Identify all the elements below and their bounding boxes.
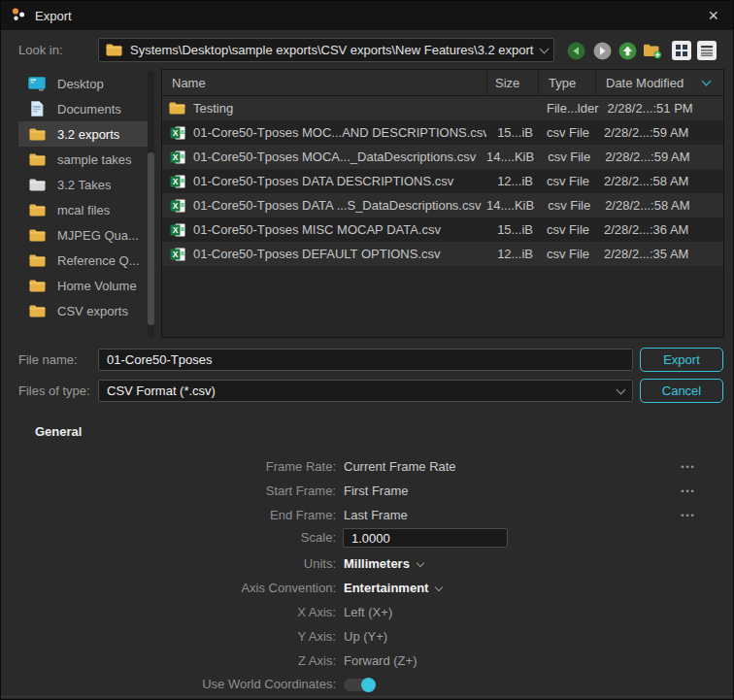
file-row-testing[interactable]: Testing File...lder 2/28/2...:51 PM	[162, 96, 723, 120]
file-row[interactable]: aX01-Core50-Tposes DATA ...S_DataDescrip…	[162, 193, 723, 217]
file-name-input[interactable]	[98, 349, 633, 371]
file-type: File...lder	[538, 101, 598, 116]
file-row[interactable]: aX01-Core50-Tposes DATA DESCRIPTIONS.csv…	[162, 169, 723, 193]
look-in-label: Look in:	[18, 38, 63, 62]
sidebar-item-label: CSV exports	[57, 304, 128, 318]
svg-text:X: X	[172, 250, 178, 259]
file-rows: Testing File...lder 2/28/2...:51 PM aX01…	[162, 96, 723, 266]
svg-text:X: X	[172, 177, 178, 186]
app-icon	[11, 7, 26, 25]
file-name: 01-Core50-Tposes DEFAULT OPTIONS.csv	[193, 247, 441, 261]
general-section-title: General	[35, 424, 82, 439]
close-button[interactable]: ×	[703, 7, 723, 24]
file-list-header: Name Size Type Date Modified	[162, 70, 723, 96]
sidebar-scrollbar-thumb[interactable]	[148, 152, 154, 325]
sidebar-item-sample-takes[interactable]: sample takes	[18, 147, 154, 172]
file-size: 12...iB	[486, 247, 538, 261]
sidebar-item-32-exports[interactable]: 3.2 exports	[18, 121, 154, 147]
new-folder-button[interactable]	[642, 40, 663, 61]
export-dialog: Export × Look in: Systems\Desktop\sample…	[0, 0, 734, 700]
units-dropdown[interactable]: Millimeters	[344, 552, 423, 576]
y-axis-label: Y Axis:	[1, 625, 336, 649]
use-world-coordinates-toggle[interactable]	[344, 679, 376, 691]
start-frame-more-button[interactable]: •••	[676, 480, 701, 503]
file-name: 01-Core50-Tposes DATA DESCRIPTIONS.csv	[193, 174, 453, 188]
scale-label: Scale:	[1, 526, 336, 550]
list-view-button[interactable]	[696, 40, 717, 61]
file-row[interactable]: aX01-Core50-Tposes MOC...AND DESCRIPTION…	[162, 120, 723, 145]
sort-descending-chevron-icon	[702, 77, 712, 86]
sidebar-item-home-volume[interactable]: Home Volume	[18, 273, 154, 298]
csv-file-icon: aX	[169, 248, 185, 261]
export-button[interactable]: Export	[640, 348, 723, 372]
end-frame-more-button[interactable]: •••	[676, 504, 701, 527]
file-name: 01-Core50-Tposes MOCA..._DataDescription…	[193, 150, 476, 164]
files-of-type-dropdown[interactable]: CSV Format (*.csv)	[98, 380, 633, 402]
sidebar-item-reference[interactable]: Reference Q...	[18, 248, 154, 273]
scale-input[interactable]	[343, 528, 508, 548]
svg-text:a: a	[180, 225, 184, 232]
sidebar-item-mjpeg[interactable]: MJPEG Qua...	[18, 222, 154, 248]
sidebar-item-documents[interactable]: Documents	[18, 96, 154, 121]
axis-convention-dropdown[interactable]: Entertainment	[344, 577, 442, 600]
up-button[interactable]	[617, 40, 638, 61]
sidebar-item-label: Desktop	[57, 77, 104, 91]
csv-file-icon: aX	[169, 150, 185, 164]
sidebar-item-desktop[interactable]: Desktop	[18, 71, 154, 96]
frame-rate-more-button[interactable]: •••	[676, 455, 701, 479]
units-value: Millimeters	[344, 552, 410, 576]
sidebar-item-label: Documents	[57, 102, 121, 117]
svg-text:X: X	[172, 128, 178, 138]
column-header-date-modified[interactable]: Date Modified	[595, 70, 723, 95]
grid-view-button[interactable]	[671, 40, 692, 61]
folder-icon	[106, 44, 122, 56]
csv-file-icon: aX	[169, 175, 185, 188]
sidebar-item-mcal-files[interactable]: mcal files	[18, 197, 154, 222]
chevron-down-icon	[617, 384, 626, 394]
svg-text:a: a	[180, 152, 184, 159]
folder-icon	[28, 128, 46, 141]
frame-rate-value[interactable]: Current Frame Rate	[344, 455, 456, 479]
file-row[interactable]: aX01-Core50-Tposes MOCA..._DataDescripti…	[162, 145, 723, 169]
forward-icon	[593, 42, 612, 60]
svg-text:X: X	[172, 152, 178, 162]
file-date: 2/28/2...:59 AM	[596, 150, 723, 164]
column-header-name[interactable]: Name	[162, 70, 486, 95]
z-axis-value: Forward (Z+)	[344, 650, 417, 673]
file-size: 15...iB	[486, 222, 538, 237]
z-axis-label: Z Axis:	[1, 650, 336, 673]
file-type: csv File	[538, 125, 595, 140]
documents-icon	[28, 101, 46, 117]
cancel-button[interactable]: Cancel	[640, 379, 723, 403]
forward-button[interactable]	[591, 40, 613, 61]
up-arrow-icon	[618, 42, 637, 60]
folder-icon	[28, 254, 46, 267]
files-of-type-label: Files of type:	[18, 380, 90, 402]
column-header-label: Date Modified	[606, 76, 684, 90]
start-frame-value[interactable]: First Frame	[344, 480, 408, 503]
back-button[interactable]	[565, 40, 586, 61]
file-name: 01-Core50-Tposes MOC...AND DESCRIPTIONS.…	[193, 125, 486, 140]
file-list: Name Size Type Date Modified Testing Fil…	[161, 69, 724, 338]
window-title: Export	[35, 9, 72, 23]
sidebar-item-label: 3.2 Takes	[57, 178, 111, 192]
list-view-icon	[697, 41, 717, 60]
column-header-type[interactable]: Type	[538, 70, 595, 95]
end-frame-value[interactable]: Last Frame	[344, 504, 408, 527]
y-axis-value: Up (Y+)	[344, 625, 387, 649]
x-axis-value: Left (X+)	[344, 601, 392, 624]
path-combobox[interactable]: Systems\Desktop\sample exports\CSV expor…	[98, 38, 554, 62]
file-row[interactable]: aX01-Core50-Tposes DEFAULT OPTIONS.csv 1…	[162, 242, 723, 266]
column-header-size[interactable]: Size	[486, 70, 538, 95]
sidebar-item-label: sample takes	[57, 152, 132, 167]
sidebar-item-32-takes[interactable]: 3.2 Takes	[18, 172, 154, 197]
folder-icon	[28, 305, 46, 317]
file-row[interactable]: aX01-Core50-Tposes MISC MOCAP DATA.csv 1…	[162, 217, 723, 242]
file-name-label: File name:	[18, 349, 78, 371]
use-world-coordinates-label: Use World Coordinates:	[1, 673, 336, 696]
folder-gray-icon	[28, 179, 46, 191]
file-size: 15...iB	[486, 125, 538, 140]
sidebar-item-label: 3.2 exports	[57, 127, 119, 142]
path-dropdown-chevron-icon[interactable]	[534, 39, 553, 61]
sidebar-item-csv-exports[interactable]: CSV exports	[18, 298, 154, 323]
